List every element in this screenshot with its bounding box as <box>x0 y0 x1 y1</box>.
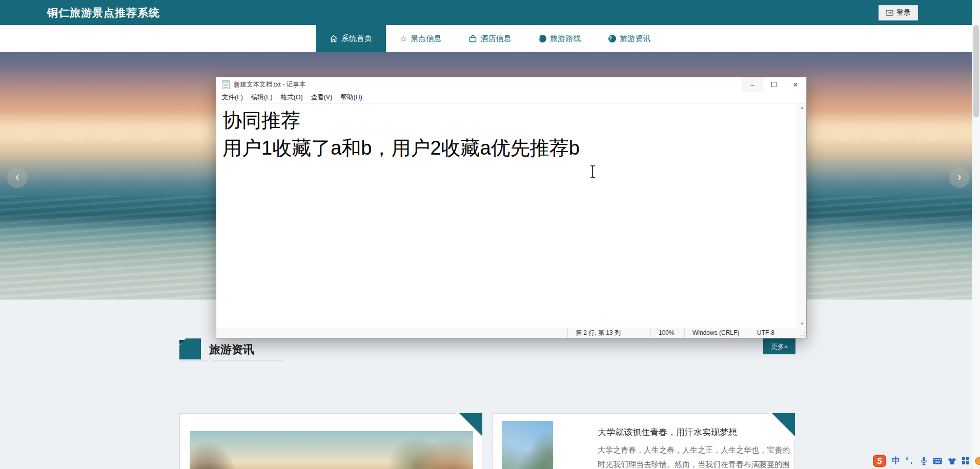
notepad-text-area[interactable]: 协同推荐用户1收藏了a和b，用户2收藏a优先推荐b ▲ ▼ <box>216 104 806 328</box>
star-icon: ☆ <box>400 35 407 43</box>
login-label: 登录 <box>896 8 911 17</box>
login-icon <box>886 10 893 16</box>
nav-item-hotels[interactable]: 酒店信息 <box>455 25 525 52</box>
corner-fold-icon <box>772 413 795 436</box>
keyboard-icon[interactable] <box>933 458 942 464</box>
login-button[interactable]: 登录 <box>879 5 918 20</box>
news-card-title[interactable]: 大学就该抓住青春，用汗水实现梦想 <box>598 427 737 438</box>
carousel-next-button[interactable]: › <box>949 167 970 188</box>
menu-help[interactable]: 帮助(H) <box>336 93 366 102</box>
close-button[interactable]: ✕ <box>785 77 806 92</box>
nav-label: 旅游资讯 <box>620 34 650 44</box>
minimize-button[interactable]: – <box>742 77 763 92</box>
menu-format[interactable]: 格式(O) <box>277 93 307 102</box>
page-scrollbar[interactable] <box>972 0 980 469</box>
notepad-text[interactable]: 协同推荐用户1收藏了a和b，用户2收藏a优先推荐b <box>216 104 806 162</box>
notepad-window-title: 新建文本文档.txt - 记事本 <box>234 80 742 89</box>
window-controls: – ✕ <box>742 77 806 92</box>
status-line-ending: Windows (CRLF) <box>684 328 749 338</box>
news-card-photo <box>502 421 553 469</box>
menu-file[interactable]: 文件(F) <box>218 93 247 102</box>
page-scrollbar-thumb[interactable] <box>973 25 979 117</box>
news-card[interactable]: 大学就该抓住青春，用汗水实现梦想 大学之青春，人生之春，人生之王，人生之华也，宝… <box>492 413 795 469</box>
news-card-body: 大学之青春，人生之春，人生之王，人生之华也，宝贵的时光我们理当去珍惜。然而，当我… <box>598 443 792 469</box>
chinese-mode-icon[interactable]: 中 <box>892 456 900 466</box>
status-encoding: UTF-8 <box>749 328 806 338</box>
section-marker-icon <box>179 338 201 359</box>
briefcase-icon <box>469 35 477 42</box>
carousel-prev-button[interactable]: ‹ <box>7 167 28 188</box>
notepad-window: 新建文本文档.txt - 记事本 – ✕ 文件(F) 编辑(E) 格式(O) 查… <box>216 77 807 338</box>
corner-fold-icon <box>459 413 482 436</box>
notepad-app-icon <box>222 80 230 89</box>
more-button[interactable]: 更多» <box>763 338 795 354</box>
emoji-icon[interactable] <box>975 457 980 465</box>
notepad-menubar: 文件(F) 编辑(E) 格式(O) 查看(V) 帮助(H) <box>216 92 806 104</box>
exclamation-circle-icon: ! <box>539 35 546 42</box>
menu-view[interactable]: 查看(V) <box>307 93 337 102</box>
nav-item-home[interactable]: 系统首页 <box>316 25 386 52</box>
app-header: 铜仁旅游景点推荐系统 登录 <box>0 0 980 25</box>
status-cursor-position: 第 2 行, 第 13 列 <box>567 328 650 338</box>
notepad-scrollbar[interactable]: ▲ ▼ <box>798 104 806 328</box>
home-icon <box>330 35 338 42</box>
notepad-statusbar: 第 2 行, 第 13 列 100% Windows (CRLF) UTF-8 <box>216 328 806 338</box>
skin-icon[interactable] <box>948 457 956 465</box>
news-card-photo <box>190 431 473 469</box>
toolbox-icon[interactable] <box>962 457 969 464</box>
punctuation-icon[interactable]: °， <box>906 456 915 465</box>
maximize-button[interactable] <box>763 77 785 92</box>
text-cursor-icon <box>589 165 596 178</box>
nav-label: 景点信息 <box>411 34 441 44</box>
question-circle-icon: ? <box>608 35 616 42</box>
maximize-icon <box>771 82 777 87</box>
section-underline <box>179 360 283 361</box>
scroll-down-icon[interactable]: ▼ <box>800 320 804 328</box>
nav-item-attractions[interactable]: ☆ 景点信息 <box>386 25 455 52</box>
main-nav: 系统首页 ☆ 景点信息 酒店信息 ! 旅游路线 ? 旅游资讯 <box>0 25 980 52</box>
scroll-up-icon[interactable]: ▲ <box>800 104 804 112</box>
news-card[interactable] <box>179 413 482 469</box>
text-line: 用户1收藏了a和b，用户2收藏a优先推荐b <box>222 135 793 162</box>
sogou-logo-icon[interactable]: S <box>873 455 886 467</box>
microphone-icon[interactable] <box>921 456 927 465</box>
resize-grip[interactable] <box>800 332 805 337</box>
notepad-titlebar[interactable]: 新建文本文档.txt - 记事本 – ✕ <box>216 77 806 92</box>
nav-label: 酒店信息 <box>480 34 511 44</box>
app-title: 铜仁旅游景点推荐系统 <box>47 0 160 25</box>
nav-item-routes[interactable]: ! 旅游路线 <box>525 25 595 52</box>
nav-label: 旅游路线 <box>550 34 581 44</box>
nav-label: 系统首页 <box>341 34 372 44</box>
status-zoom-level: 100% <box>650 328 684 338</box>
news-section-title: 旅游资讯 <box>209 342 254 357</box>
text-line: 协同推荐 <box>222 107 793 135</box>
menu-edit[interactable]: 编辑(E) <box>247 93 277 102</box>
nav-item-news[interactable]: ? 旅游资讯 <box>595 25 664 52</box>
ime-toolbar[interactable]: S 中 °， <box>873 454 980 468</box>
